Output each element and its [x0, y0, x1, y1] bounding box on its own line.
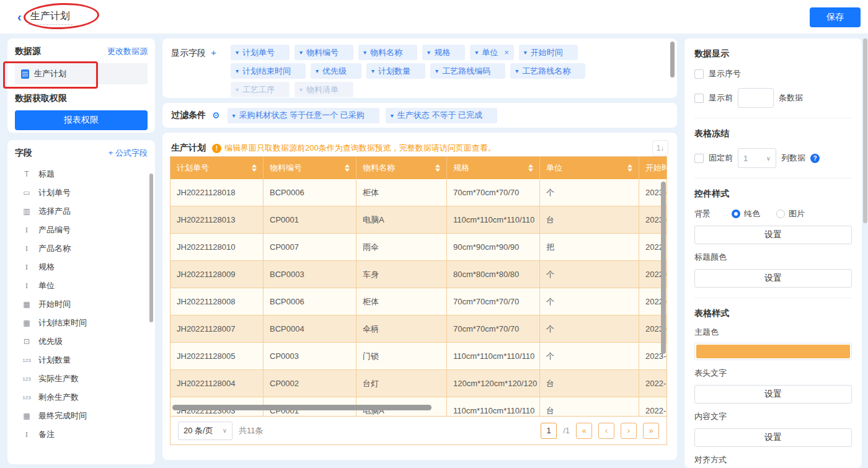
field-item[interactable]: 123剩余生产数 [15, 388, 148, 407]
table-cell: CP0002 [264, 370, 356, 397]
chevron-down-icon: ▾ [299, 49, 303, 56]
field-item[interactable]: 123计划数量 [15, 351, 148, 369]
sort-carets-icon[interactable] [528, 164, 533, 172]
table-vertical-scrollbar[interactable] [661, 182, 666, 354]
field-item-label: 最终完成时间 [38, 410, 87, 422]
field-item[interactable]: ⊡优先级 [15, 332, 148, 351]
display-field-chip[interactable]: ▾工艺路线名称 [510, 63, 585, 79]
field-item[interactable]: I单位 [15, 276, 148, 295]
change-datasource-link[interactable]: 更改数据源 [107, 46, 148, 57]
field-item-label: 开始时间 [38, 299, 71, 310]
sort-asc-icon [528, 164, 533, 167]
show-first-checkbox[interactable] [694, 94, 704, 103]
chevron-down-icon: ▾ [299, 86, 303, 93]
display-field-chip[interactable]: ▾计划数量 [366, 63, 425, 79]
sort-carets-icon[interactable] [627, 164, 632, 172]
field-item[interactable]: ▭计划单号 [15, 183, 148, 202]
table-header-cell[interactable]: 规格 [447, 157, 540, 179]
next-page-button[interactable]: › [621, 423, 637, 439]
field-item[interactable]: I备注 [15, 425, 148, 444]
content-text-set-button[interactable]: 设置 [694, 428, 852, 447]
report-permission-button[interactable]: 报表权限 [15, 110, 148, 130]
filter-settings-gear-icon[interactable]: ⚙ [212, 110, 220, 120]
table-header-cell[interactable]: 开始时间 [639, 157, 666, 179]
text-icon: I [20, 244, 33, 254]
page-title[interactable]: 生产计划 [28, 9, 73, 25]
chip-label: 优先级 [322, 66, 347, 77]
display-field-chip[interactable]: ▾单位× [470, 45, 514, 60]
bg-solid-radio[interactable] [732, 210, 740, 218]
remove-chip-icon[interactable]: × [504, 48, 509, 57]
display-field-chip[interactable]: ▾生产状态 不等于 已完成 [386, 108, 497, 123]
datasource-item[interactable]: 生产计划 [15, 63, 148, 84]
background-set-button[interactable]: 设置 [694, 226, 852, 244]
table-cell: 个 [540, 179, 639, 206]
data-display-title: 数据显示 [694, 48, 852, 60]
sort-desc-icon [435, 169, 440, 172]
help-icon[interactable]: ? [810, 154, 820, 163]
field-item[interactable]: ▦计划结束时间 [15, 314, 148, 332]
field-item[interactable]: ▦最终完成时间 [15, 407, 148, 425]
form-doc-icon [21, 69, 29, 79]
save-button[interactable]: 保存 [810, 7, 861, 27]
bg-image-radio[interactable] [776, 210, 785, 218]
table-cell: 个 [540, 343, 639, 370]
theme-color-swatch[interactable] [694, 343, 852, 360]
display-field-chip[interactable]: ▾采购耗材状态 等于任意一个 已采购 [228, 108, 379, 123]
sort-tool-button[interactable]: 1↓ [652, 140, 668, 156]
display-field-chip[interactable]: ▾计划结束时间 [231, 63, 306, 79]
title-color-label: 标题颜色 [694, 252, 852, 263]
show-index-checkbox[interactable] [694, 69, 704, 79]
table-header-cell[interactable]: 物料编号 [264, 157, 356, 179]
field-item[interactable]: I规格 [15, 258, 148, 276]
fields-title: 字段 [15, 148, 32, 159]
page-number-input[interactable]: 1 [541, 423, 557, 439]
display-field-chip[interactable]: ▾工艺路线编码 [430, 63, 505, 79]
display-fields-scrollbar[interactable] [670, 42, 675, 77]
table-header-cell[interactable]: 单位 [540, 157, 639, 179]
field-item[interactable]: ▥选择产品 [15, 202, 148, 221]
fields-scrollbar[interactable] [149, 174, 153, 322]
sort-carets-icon[interactable] [252, 164, 257, 172]
sort-carets-icon[interactable] [435, 164, 440, 172]
text-icon: I [20, 281, 33, 291]
sort-carets-icon[interactable] [345, 164, 350, 172]
table-cell: 110cm*110cm*110/110 [447, 397, 540, 416]
page-size-select[interactable]: 20 条/页 ∨ [178, 422, 232, 440]
table-widget[interactable]: 计划单号物料编号物料名称规格单位开始时间 JH20221128018BCP000… [170, 156, 667, 445]
add-formula-field-link[interactable]: + 公式字段 [108, 148, 148, 159]
back-icon[interactable]: ‹ [17, 10, 22, 24]
window-scrollbar[interactable] [863, 38, 867, 223]
table-horizontal-scrollbar[interactable] [172, 405, 432, 410]
display-field-chip[interactable]: ▾规格 [422, 45, 465, 60]
display-field-chip[interactable]: ▾物料编号 [294, 45, 353, 60]
header-text-set-button[interactable]: 设置 [694, 385, 852, 404]
last-page-button[interactable]: » [643, 423, 659, 439]
title-color-set-button[interactable]: 设置 [694, 269, 852, 288]
display-field-chip[interactable]: ▾物料名称 [358, 45, 417, 60]
display-field-chip[interactable]: ▾计划单号 [231, 45, 290, 60]
freeze-count-select[interactable]: 1 ∨ [738, 148, 776, 168]
first-page-button[interactable]: « [576, 423, 592, 439]
table-cell: 80cm*80cm*80/80 [447, 261, 540, 288]
field-item[interactable]: T标题 [15, 165, 148, 183]
table-cell: 70cm*70cm*70/70 [447, 179, 540, 206]
table-cell: CP0001 [264, 206, 356, 234]
date-icon: ▦ [20, 412, 33, 420]
freeze-checkbox[interactable] [694, 154, 704, 163]
show-first-count-input[interactable] [738, 88, 774, 108]
display-field-chip[interactable]: ▾优先级 [311, 63, 361, 79]
field-item[interactable]: I产品名称 [15, 239, 148, 258]
field-item[interactable]: ▦开始时间 [15, 295, 148, 314]
field-item[interactable]: I产品编号 [15, 221, 148, 239]
display-field-chip[interactable]: ▾开始时间 [519, 45, 578, 60]
prev-page-button[interactable]: ‹ [598, 423, 614, 439]
table-header-cell[interactable]: 物料名称 [356, 157, 447, 179]
theme-color-value [696, 345, 850, 358]
add-display-field-button[interactable]: + [211, 47, 216, 58]
chevron-down-icon: ▾ [236, 68, 239, 74]
table-header-cell[interactable]: 计划单号 [170, 157, 264, 179]
page-size-value: 20 条/页 [184, 425, 213, 436]
table-cell: 电脑A [356, 206, 447, 234]
field-item[interactable]: 123实际生产数 [15, 369, 148, 388]
